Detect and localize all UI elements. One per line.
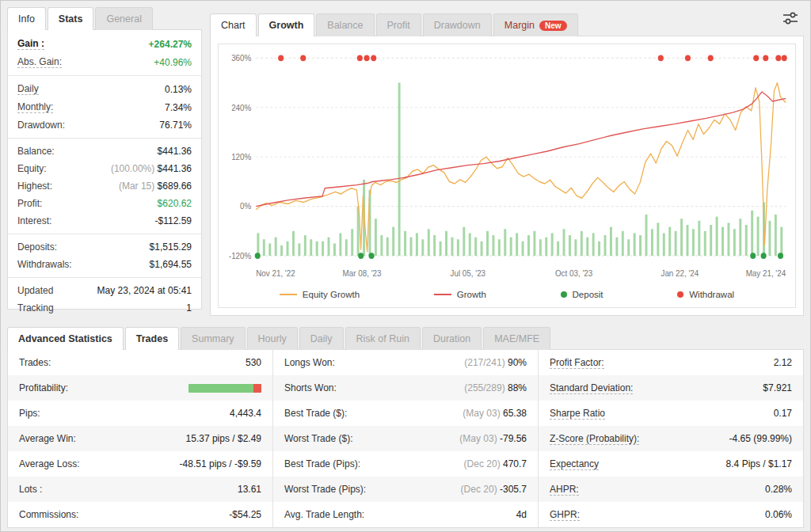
tab-label: Summary (192, 333, 234, 344)
growth-chart-svg[interactable]: 360%240%120%0%-120%Nov 21, '22Mar 08, '2… (219, 44, 795, 285)
stat-label: Longs Won: (284, 357, 335, 368)
tab-label: Profit (387, 20, 410, 31)
stat-value: May 23, 2024 at 05:41 (97, 285, 192, 296)
stat-label: Monthly: (17, 101, 53, 113)
tab-label: Drawdown (434, 20, 481, 31)
stat-value: 13.61 (238, 484, 261, 495)
stat-label: Pips: (19, 408, 40, 419)
stat-value: 8.4 Pips / $1.17 (726, 458, 792, 469)
tab-label: Stats (59, 13, 83, 25)
stat-value-note: (May 03) (459, 433, 500, 444)
stat-label: Shorts Won: (284, 382, 337, 393)
chart-tabs-row: ChartGrowthBalanceProfitDrawdownMarginNe… (210, 7, 804, 36)
stat-row-tracking: Tracking1 (8, 299, 201, 317)
tab-label: Trades (136, 333, 168, 344)
tab-growth[interactable]: Growth (258, 13, 315, 36)
stats-rows: Gain :+264.27%Abs. Gain:+40.96%Daily0.13… (8, 35, 201, 317)
stat-value: -$112.59 (155, 215, 192, 226)
stat-label: Worst Trade ($): (284, 433, 352, 444)
stat-label: Profit Factor: (550, 357, 604, 369)
stat-value-note: (217/241) (464, 357, 508, 368)
svg-text:Jul 05, '23: Jul 05, '23 (451, 269, 486, 279)
svg-text:120%: 120% (231, 153, 251, 162)
stat-label: Trades: (19, 357, 51, 368)
stat-value: 15.37 pips / $2.49 (186, 433, 261, 444)
stat-label: Balance: (17, 146, 55, 157)
stat-value: (217/241) 90% (464, 357, 527, 368)
tab-profit[interactable]: Profit (376, 13, 421, 36)
stat-label: Average Win: (19, 433, 76, 444)
stat-value-note: (Dec 20) (461, 484, 500, 495)
tab-label: Balance (327, 20, 363, 31)
stat-value: $1,694.55 (150, 259, 192, 270)
svg-text:360%: 360% (231, 54, 251, 63)
stat-row-drawdown: Drawdown:76.71% (8, 116, 201, 139)
stat-label: Deposits: (17, 241, 57, 253)
tab-stats[interactable]: Stats (48, 7, 94, 30)
legend-item-deposit: Deposit (561, 290, 603, 299)
tab-duration[interactable]: Duration (422, 327, 482, 350)
stat-value: 1 (186, 302, 192, 314)
tab-label: Advanced Statistics (18, 333, 112, 344)
stat-row-commissions: Commissions:-$54.25 (8, 502, 272, 527)
stat-value: 0.17 (774, 408, 792, 419)
stat-row-ahpr: AHPR:0.28% (539, 477, 803, 502)
stat-row-pips: Pips:4,443.4 (8, 401, 272, 426)
stat-label: Abs. Gain: (17, 56, 62, 68)
tab-balance[interactable]: Balance (316, 13, 374, 36)
tab-label: Growth (269, 20, 304, 31)
stat-value: (May 03) -79.56 (459, 433, 527, 444)
stat-label: Best Trade ($): (284, 408, 347, 419)
stat-row-best-trade-pips: Best Trade (Pips):(Dec 20) 470.7 (273, 451, 538, 477)
tab-summary[interactable]: Summary (181, 327, 245, 350)
stat-row-monthly: Monthly:7.34% (8, 98, 201, 116)
tab-drawdown[interactable]: Drawdown (423, 13, 492, 36)
legend-dot-marker (677, 291, 683, 298)
stats-col-2: Longs Won:(217/241) 90%Shorts Won:(255/2… (272, 350, 538, 527)
stat-row-profit-factor: Profit Factor:2.12 (539, 350, 803, 375)
tab-trades[interactable]: Trades (125, 327, 179, 350)
chart-settings-button[interactable] (777, 7, 804, 32)
stats-col-1: Trades:530Profitability:Pips:4,443.4Aver… (8, 350, 272, 527)
stat-label: Best Trade (Pips): (284, 458, 360, 469)
tab-advanced-statistics[interactable]: Advanced Statistics (7, 327, 124, 350)
stat-label: GHPR: (550, 509, 580, 521)
stat-row-updated: UpdatedMay 23, 2024 at 05:41 (8, 282, 201, 299)
tab-label: Duration (433, 333, 470, 344)
tab-label: Info (18, 13, 35, 25)
stat-value: 76.71% (159, 120, 192, 131)
stat-row-gain: Gain :+264.27% (8, 35, 201, 53)
stat-row-abs-gain: Abs. Gain:+40.96% (8, 53, 201, 76)
tab-chart[interactable]: Chart (210, 13, 257, 36)
stat-row-lots: Lots :13.61 (8, 477, 272, 502)
legend-label: Deposit (573, 290, 603, 299)
stat-row-equity: Equity:(100.00%) $441.36 (8, 160, 201, 177)
stat-value: (Dec 20) 470.7 (464, 458, 527, 469)
svg-text:Mar 08, '23: Mar 08, '23 (343, 269, 382, 279)
stat-label: Tracking (17, 302, 54, 314)
info-stats-tabs: InfoStatsGeneral (7, 7, 202, 29)
stat-row-deposits: Deposits:$1,515.29 (8, 238, 201, 256)
tab-label: Hourly (258, 333, 287, 344)
tab-risk-of-ruin[interactable]: Risk of Ruin (345, 327, 421, 350)
tab-hourly[interactable]: Hourly (247, 327, 298, 350)
tab-info[interactable]: Info (7, 7, 46, 30)
bottom-tabs: Advanced StatisticsTradesSummaryHourlyDa… (7, 327, 804, 349)
stat-value-note: (Mar 15) (119, 180, 158, 192)
stat-row-highest: Highest:(Mar 15) $689.66 (8, 177, 201, 195)
stat-value: $620.62 (158, 198, 192, 209)
tab-daily[interactable]: Daily (299, 327, 344, 350)
stat-label: Drawdown: (17, 120, 65, 131)
tab-general[interactable]: General (95, 7, 152, 30)
stat-row-balance: Balance:$441.36 (8, 142, 201, 160)
stat-row-shorts-won: Shorts Won:(255/289) 88% (273, 375, 538, 401)
stat-label: Sharpe Ratio (550, 408, 605, 420)
growth-chart-card: 360%240%120%0%-120%Nov 21, '22Mar 08, '2… (210, 36, 804, 316)
tab-margin[interactable]: MarginNew (493, 13, 578, 36)
tab-label: Daily (310, 333, 333, 344)
svg-text:Oct 03, '23: Oct 03, '23 (555, 269, 592, 279)
legend-line-marker (434, 294, 451, 295)
tab-mae-mfe[interactable]: MAE/MFE (483, 327, 550, 350)
stat-value: 0.13% (165, 84, 192, 95)
stat-row-worst-trade: Worst Trade ($):(May 03) -79.56 (273, 426, 538, 451)
